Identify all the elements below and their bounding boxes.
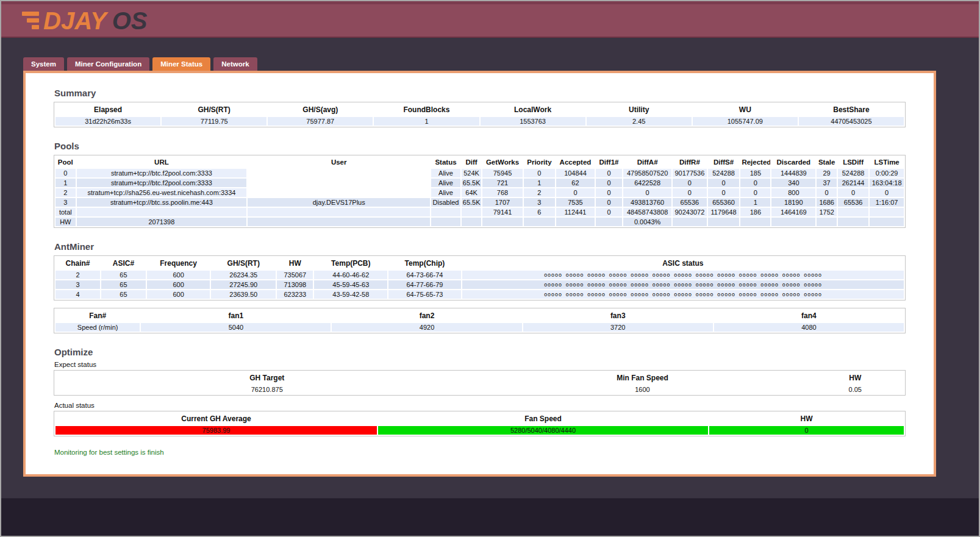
table-cell — [482, 218, 522, 226]
table-cell: total — [55, 208, 76, 216]
table-cell — [708, 218, 740, 226]
fan1-speed: 5040 — [141, 323, 331, 332]
table-cell — [673, 218, 707, 226]
table-header-row: GH TargetMin Fan SpeedHW — [55, 372, 904, 384]
monitoring-status-message: Monitoring for best settings is finish — [54, 449, 906, 456]
table-row: 2stratum+tcp://sha256.eu-west.nicehash.c… — [55, 188, 904, 197]
table-cell: 1 — [524, 179, 556, 187]
tab-miner-configuration[interactable]: Miner Configuration — [67, 57, 149, 71]
column-header: DiffS# — [708, 157, 740, 168]
current-gh-average-value: 75983.99 — [55, 426, 377, 435]
pools-table: PoolURLUserStatusDiffGetWorksPriorityAcc… — [54, 155, 906, 228]
column-header: Stale — [817, 157, 837, 168]
column-header: Rejected — [740, 157, 770, 168]
column-header: FoundBlocks — [374, 104, 479, 116]
table-cell: 2071398 — [77, 218, 247, 226]
summary-section: Summary ElapsedGH/S(RT)GH/S(avg)FoundBlo… — [54, 88, 906, 127]
table-cell: Disabled — [431, 198, 460, 207]
tab-network[interactable]: Network — [213, 57, 257, 71]
table-cell: 4 — [55, 290, 100, 299]
table-cell: 0 — [55, 169, 76, 177]
app-logo: DJAYOS — [22, 9, 148, 33]
logo-secondary: OS — [112, 7, 148, 34]
table-cell: 1686 — [817, 198, 837, 207]
fan4-speed: 4080 — [714, 323, 904, 332]
table-cell — [462, 218, 482, 226]
content-panel: Summary ElapsedGH/S(RT)GH/S(avg)FoundBlo… — [23, 71, 936, 477]
table-row: 76210.87516000.05 — [55, 385, 904, 394]
table-cell: 340 — [771, 179, 815, 187]
table-cell: ooooo ooooo ooooo ooooo ooooo ooooo oooo… — [462, 271, 904, 279]
table-cell: 0.05 — [806, 385, 904, 394]
table-cell: 0 — [817, 188, 837, 197]
app-header: DJAYOS — [1, 1, 979, 38]
antminer-table: Chain#ASIC#FrequencyGH/S(RT)HWTemp(PCB)T… — [54, 255, 906, 301]
column-header: Status — [431, 157, 460, 168]
table-cell: 713098 — [277, 280, 313, 289]
column-header: fan3 — [523, 310, 713, 322]
table-cell: ooooo ooooo ooooo ooooo ooooo ooooo oooo… — [462, 290, 904, 299]
column-header: fan1 — [141, 310, 331, 322]
table-cell: 1055747.09 — [693, 117, 798, 126]
table-cell: 75977.87 — [268, 117, 373, 126]
table-cell: 7535 — [556, 198, 595, 207]
table-cell — [462, 208, 482, 216]
fan-table: Fan#fan1fan2fan3fan4 Speed (r/min) 5040 … — [54, 308, 906, 333]
table-cell: 44705453025 — [799, 117, 904, 126]
table-cell: 0 — [740, 179, 770, 187]
table-cell: 1600 — [480, 385, 806, 394]
table-cell — [817, 218, 837, 226]
table-cell: 18190 — [771, 198, 815, 207]
tab-system[interactable]: System — [23, 57, 64, 71]
table-cell: 524288 — [838, 169, 868, 177]
table-cell: 721 — [482, 179, 522, 187]
bottom-bar — [1, 498, 979, 536]
table-row: 46560023639.5062323343-59-42-5864-75-65-… — [55, 290, 904, 299]
antminer-table-body: 26560026234.3573506744-60-46-6264-73-66-… — [55, 271, 904, 299]
table-cell: 3 — [55, 198, 76, 207]
table-cell: 493813760 — [623, 198, 671, 207]
column-header: Fan Speed — [378, 413, 708, 425]
table-cell: 0 — [596, 169, 622, 177]
pools-section: Pools PoolURLUserStatusDiffGetWorksPrior… — [54, 141, 906, 228]
column-header: Pool — [55, 157, 76, 168]
column-header: Elapsed — [55, 104, 160, 116]
table-row: 31d22h26m33s77119.7575977.87115537632.45… — [55, 117, 904, 126]
optimize-title: Optimize — [54, 347, 906, 357]
main-area: SystemMiner ConfigurationMiner StatusNet… — [1, 38, 979, 498]
table-cell: 524K — [462, 169, 482, 177]
table-row: 26560026234.3573506744-60-46-6264-73-66-… — [55, 271, 904, 279]
tab-miner-status[interactable]: Miner Status — [152, 57, 210, 71]
table-cell: 45-59-45-63 — [314, 280, 387, 289]
optimize-section: Optimize Expect status GH TargetMin Fan … — [54, 347, 906, 456]
table-cell: 29 — [817, 169, 837, 177]
table-cell: stratum+tcp://btc.f2pool.com:3333 — [77, 179, 247, 187]
table-cell: 90177536 — [673, 169, 707, 177]
table-cell: 600 — [147, 280, 210, 289]
table-cell — [870, 208, 904, 216]
column-header: HW — [806, 372, 904, 384]
column-header: ASIC status — [462, 257, 904, 269]
table-cell: 27245.90 — [211, 280, 276, 289]
table-cell: 1752 — [817, 208, 837, 216]
table-cell: 524288 — [708, 169, 740, 177]
column-header: Current GH Average — [55, 413, 377, 425]
column-header: fan2 — [332, 310, 521, 322]
table-cell: 1444839 — [771, 169, 815, 177]
table-cell: 65536 — [838, 198, 868, 207]
hw-value: 0 — [709, 426, 904, 435]
summary-table: ElapsedGH/S(RT)GH/S(avg)FoundBlocksLocal… — [54, 102, 906, 127]
table-cell: 2 — [55, 271, 100, 279]
table-cell — [248, 218, 430, 226]
table-cell: 0 — [623, 188, 671, 197]
table-cell: 76210.875 — [55, 385, 479, 394]
column-header: Temp(PCB) — [314, 257, 387, 269]
table-header-row: PoolURLUserStatusDiffGetWorksPriorityAcc… — [55, 157, 904, 168]
table-cell: 2 — [55, 188, 76, 197]
fan-speed-label: Speed (r/min) — [55, 323, 140, 332]
table-cell: 800 — [771, 188, 815, 197]
table-row: total79141611244104845874380890243072117… — [55, 208, 904, 216]
table-cell — [740, 218, 770, 226]
table-cell — [870, 218, 904, 226]
column-header: Frequency — [147, 257, 210, 269]
